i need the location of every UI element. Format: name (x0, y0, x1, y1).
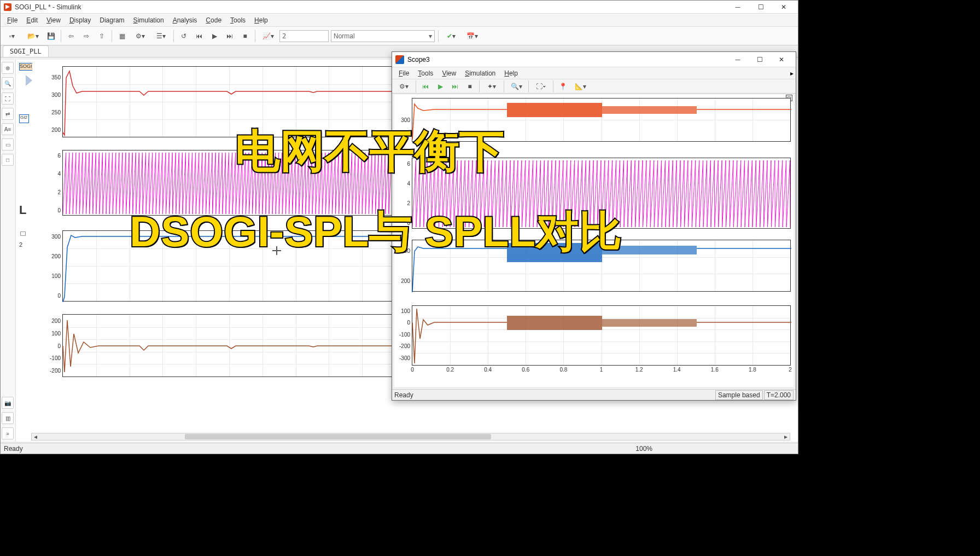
right-plot-4[interactable]: 100 0 -100 -200 -300 0 0.2 0.4 0.6 0.8 1… (412, 305, 791, 366)
scope3-toolbar: ⚙▾ ⏮ ▶ ⏭ ■ ✦▾ 🔍▾ ⛶▾ 📍 📐▾ (392, 79, 796, 94)
annotate-tool-button[interactable]: A≡ (2, 123, 14, 135)
window-controls: ─ ☐ ✕ (727, 1, 795, 13)
run-button[interactable]: ▶ (208, 30, 221, 43)
model-explorer-button[interactable]: ☰▾ (151, 30, 170, 43)
scope-close-button[interactable]: ✕ (771, 54, 792, 66)
overlay-title-1: 电网不平衡下 (235, 121, 504, 182)
minimize-button[interactable]: ─ (727, 1, 749, 13)
scope-config-button[interactable]: ⚙▾ (394, 80, 413, 93)
scope-status-mode: Sample based (715, 390, 763, 400)
variant-button[interactable]: ▥ (2, 412, 14, 424)
fast-restart-button[interactable]: ↺ (177, 30, 190, 43)
simulink-statusbar: Ready 100% (1, 443, 798, 454)
new-model-button[interactable]: ▫▾ (3, 30, 21, 43)
sim-mode-select[interactable]: Normal▾ (331, 30, 435, 42)
scope3-menubar: File Tools View Simulation Help ▸ (392, 67, 796, 79)
forward-button[interactable]: ⇨ (80, 30, 93, 43)
simulink-toolbar: ▫▾ 📂▾ 💾 ⇦ ⇨ ⇧ ▦ ⚙▾ ☰▾ ↺ ⏮ ▶ ⏭ ■ 📈▾ Norma… (1, 27, 798, 45)
scope-zoom-button[interactable]: 🔍▾ (507, 80, 526, 93)
signal-button[interactable]: 📈▾ (259, 30, 277, 43)
left-plot-4[interactable]: 200 100 0 -100 -200 (62, 314, 396, 377)
back-button[interactable]: ⇦ (65, 30, 78, 43)
canvas-h-scrollbar[interactable]: ◂ ▸ (31, 433, 790, 441)
status-ready: Ready (4, 445, 23, 453)
menu-edit[interactable]: Edit (22, 15, 42, 25)
trace-brown (63, 315, 395, 377)
canvas-side-toolbar: ⊕ 🔍 ⛶ ⇄ A≡ ▭ □ 📷 ▥ » (1, 60, 16, 442)
hide-tool-button[interactable]: ⊕ (2, 62, 14, 74)
simulink-icon (4, 3, 11, 11)
simulink-titlebar: SOGI_PLL * - Simulink ─ ☐ ✕ (1, 1, 798, 14)
overlay-title-2: DSOGI-SPL与 SPLL对比 (130, 204, 622, 261)
menu-help[interactable]: Help (250, 15, 272, 25)
scope-measure-button[interactable]: 📐▾ (571, 80, 590, 93)
signals-tool-button[interactable]: ⇄ (2, 108, 14, 120)
block-2: 2 (19, 241, 22, 248)
area-tool-button[interactable]: □ (2, 154, 14, 166)
status-zoom: 100% (635, 445, 652, 453)
scope3-statusbar: Ready Sample based T=2.000 (392, 389, 796, 400)
scope3-titlebar[interactable]: Scope3 ─ ☐ ✕ (392, 52, 796, 67)
block-l: L (19, 203, 26, 217)
breadcrumb-fragment[interactable]: SOGI_PLL (19, 63, 33, 71)
menu-analysis[interactable]: Analysis (168, 15, 202, 25)
matlab-icon (395, 55, 404, 64)
scope-stop-button[interactable]: ■ (463, 80, 476, 93)
image-tool-button[interactable]: ▭ (2, 138, 14, 150)
scroll-right-button[interactable]: ▸ (782, 433, 790, 440)
scope-stepfwd-button[interactable]: ⏭ (448, 80, 462, 93)
scope-run-button[interactable]: ▶ (434, 80, 447, 93)
model-tab[interactable]: SOGI_PLL (3, 45, 49, 57)
scope-menu-help[interactable]: Help (500, 68, 522, 78)
step-forward-button[interactable]: ⏭ (223, 30, 236, 43)
stop-button[interactable]: ■ (238, 30, 252, 43)
zoom-tool-button[interactable]: 🔍 (2, 77, 14, 89)
scope-menu-simulation[interactable]: Simulation (460, 68, 500, 78)
scroll-left-button[interactable]: ◂ (32, 433, 39, 440)
menu-diagram[interactable]: Diagram (95, 15, 129, 25)
simulink-menubar: File Edit View Display Diagram Simulatio… (1, 14, 798, 27)
block-fragment: SOGI_PLL GI2 L 2 (19, 63, 33, 298)
model-config-button[interactable]: ⚙▾ (131, 30, 149, 43)
maximize-button[interactable]: ☐ (750, 1, 772, 13)
menu-tools[interactable]: Tools (226, 15, 250, 25)
r-trace-brown (412, 306, 790, 365)
library-browser-button[interactable]: ▦ (115, 30, 129, 43)
save-button[interactable]: 💾 (44, 30, 57, 43)
scope-status-ready: Ready (394, 391, 413, 399)
screenshot-button[interactable]: 📷 (2, 397, 14, 409)
scroll-thumb[interactable] (185, 434, 491, 439)
scope-autoscale-button[interactable]: ⛶▾ (532, 80, 550, 93)
burst-4a (507, 316, 602, 330)
close-button[interactable]: ✕ (773, 1, 795, 13)
burst-4b (602, 319, 697, 327)
stop-time-input[interactable] (279, 30, 329, 42)
fit-tool-button[interactable]: ⛶ (2, 92, 14, 105)
scope-menu-tools[interactable]: Tools (413, 68, 438, 78)
menu-file[interactable]: File (3, 15, 22, 25)
up-button[interactable]: ⇧ (95, 30, 108, 43)
block-small[interactable] (20, 231, 26, 236)
svg-rect-4 (507, 316, 602, 330)
scope-menu-more-icon[interactable]: ▸ (790, 70, 794, 77)
menu-display[interactable]: Display (65, 15, 95, 25)
check-button[interactable]: ✔▾ (442, 30, 460, 43)
scope3-title: Scope3 (407, 56, 727, 63)
scope-cursor-button[interactable]: 📍 (556, 80, 569, 93)
schedule-button[interactable]: 📅▾ (463, 30, 481, 43)
menu-simulation[interactable]: Simulation (129, 15, 168, 25)
menu-code[interactable]: Code (201, 15, 226, 25)
scope-stepback-button[interactable]: ⏮ (419, 80, 432, 93)
scope-trigger-button[interactable]: ✦▾ (482, 80, 501, 93)
block-triangle (26, 75, 32, 86)
expand-button[interactable]: » (2, 427, 14, 439)
scope-maximize-button[interactable]: ☐ (749, 54, 771, 66)
scope-menu-file[interactable]: File (394, 68, 413, 78)
scope-minimize-button[interactable]: ─ (727, 54, 749, 66)
open-button[interactable]: 📂▾ (24, 30, 42, 43)
burst-1a (507, 103, 602, 117)
scope-menu-view[interactable]: View (438, 68, 460, 78)
block-gi2[interactable]: GI2 (19, 114, 29, 123)
step-back-button[interactable]: ⏮ (192, 30, 206, 43)
menu-view[interactable]: View (42, 15, 65, 25)
